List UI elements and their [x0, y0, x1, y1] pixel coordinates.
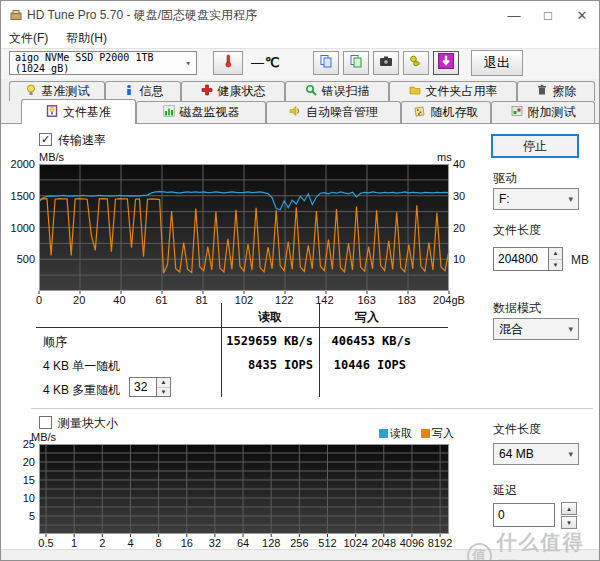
table-row-label-sequential: 顺序: [43, 334, 67, 351]
4k-single-read-value: 8435 IOPS: [201, 358, 313, 372]
stepper-up-icon[interactable]: ▲: [549, 248, 562, 260]
delay-input[interactable]: 0: [493, 503, 555, 527]
file-length-stepper[interactable]: 204800 ▲▼: [493, 247, 563, 271]
screenshot-button[interactable]: [373, 51, 399, 75]
save-graph-button[interactable]: [433, 51, 459, 75]
file-length-unit: MB: [571, 253, 589, 267]
delay-down-button[interactable]: ▼: [561, 516, 577, 529]
axis-tick-label: 30: [453, 190, 465, 202]
axis-tick-label: 1500: [7, 190, 35, 202]
block-size-checkbox[interactable]: [39, 416, 52, 429]
tab-info[interactable]: 信息: [105, 81, 181, 101]
transfer-rate-chart: [39, 164, 449, 291]
axis-tick-label: 2: [99, 537, 105, 549]
chevron-down-icon: ▾: [568, 195, 573, 204]
tab-strip: 基准测试信息健康状态错误扫描文件夹占用率擦除文件基准磁盘监视器自动噪音管理随机存…: [1, 79, 599, 123]
delay-up-button[interactable]: ▲: [561, 502, 577, 515]
stepper-up-icon[interactable]: ▲: [157, 378, 170, 388]
tab-folder-usage[interactable]: 文件夹占用率: [389, 81, 517, 101]
axis-tick-label: 2000: [7, 158, 35, 170]
axis-tick-label: 122: [275, 294, 293, 306]
axis-tick-label: 4: [127, 537, 133, 549]
axis-tick-label: 32: [209, 537, 221, 549]
toolbar: aigo NVMe SSD P2000 1TB (1024 gB) ▾ — ℃ …: [1, 49, 599, 79]
aam-icon: [289, 105, 301, 120]
temperature-unit: ℃: [265, 55, 280, 70]
axis-tick-label: 25: [7, 438, 35, 450]
temperature-button[interactable]: [213, 51, 243, 75]
stop-button[interactable]: 停止: [491, 134, 579, 158]
axis-tick-label: 20: [453, 222, 465, 234]
write-column-header: 写入: [319, 309, 415, 326]
axis-tick-label: 128: [262, 537, 280, 549]
axis-tick-label: 0: [36, 294, 42, 306]
tab-benchmark[interactable]: 基准测试: [9, 81, 105, 101]
axis-tick-label: 5: [7, 510, 35, 522]
axis-tick-label: 8192: [428, 537, 452, 549]
folder-usage-icon: [409, 84, 421, 99]
stop-button-label: 停止: [523, 138, 547, 155]
menu-bar: 文件(F) 帮助(H): [1, 29, 599, 49]
minimize-button[interactable]: —: [497, 1, 531, 29]
copy-button[interactable]: [313, 51, 339, 75]
tab-health[interactable]: 健康状态: [181, 81, 285, 101]
tab-erase[interactable]: 擦除: [517, 81, 595, 101]
app-icon: [9, 8, 23, 26]
write-legend-label: 写入: [432, 427, 454, 439]
stepper-down-icon[interactable]: ▼: [157, 388, 170, 397]
queue-depth-stepper[interactable]: 32 ▲▼: [129, 377, 171, 397]
axis-tick-label: 142: [315, 294, 333, 306]
block-file-length-label: 文件长度: [493, 421, 541, 438]
section-divider: [31, 408, 593, 410]
access-keys-button[interactable]: [403, 51, 429, 75]
drive-select[interactable]: F: ▾: [493, 188, 579, 210]
erase-icon: [536, 84, 548, 99]
tab-aam[interactable]: 自动噪音管理: [266, 101, 401, 123]
delay-label: 延迟: [493, 482, 517, 499]
extra-tests-icon: [511, 105, 523, 120]
axis-tick-label: 64: [237, 537, 249, 549]
disk-monitor-icon: [163, 105, 175, 120]
block-file-length-select[interactable]: 64 MB ▾: [493, 443, 579, 465]
device-select-value: aigo NVMe SSD P2000 1TB (1024 gB): [15, 52, 186, 74]
copy-save-icon: [349, 54, 363, 72]
tab-disk-monitor[interactable]: 磁盘监视器: [136, 101, 266, 123]
axis-tick-label: 163: [357, 294, 375, 306]
window-title: HD Tune Pro 5.70 - 硬盘/固态硬盘实用程序: [27, 7, 257, 24]
block-size-label: 测量块大小: [58, 415, 118, 432]
y-axis-unit-right: ms: [437, 151, 452, 163]
read-column-header: 读取: [221, 309, 319, 326]
stepper-down-icon[interactable]: ▼: [549, 260, 562, 271]
axis-tick-label: 0.5: [38, 537, 53, 549]
delay-input-value: 0: [498, 508, 505, 522]
table-header-line: [36, 327, 448, 328]
copy-save-button[interactable]: [343, 51, 369, 75]
data-mode-select[interactable]: 混合 ▾: [493, 318, 579, 340]
4k-single-write-value: 10446 IOPS: [301, 358, 406, 372]
transfer-rate-checkbox[interactable]: ✓: [39, 133, 52, 146]
block-size-chart: [39, 444, 449, 534]
menu-file[interactable]: 文件(F): [9, 30, 48, 47]
tab-extra-tests[interactable]: 附加测试: [491, 101, 595, 123]
axis-tick-label: 10: [453, 253, 465, 265]
data-mode-select-value: 混合: [499, 321, 523, 338]
exit-button[interactable]: 退出: [471, 50, 523, 76]
axis-tick-label: 20: [7, 456, 35, 468]
y-axis-unit-left: MB/s: [39, 151, 64, 163]
exit-button-label: 退出: [484, 54, 510, 72]
tab-error-scan[interactable]: 错误扫描: [285, 81, 389, 101]
axis-tick-label: 1000: [7, 222, 35, 234]
close-button[interactable]: ✕: [565, 1, 599, 29]
tab-file-benchmark[interactable]: 文件基准: [21, 99, 136, 124]
maximize-button[interactable]: □: [531, 1, 565, 29]
sequential-read-value: 1529659 KB/s: [201, 334, 313, 348]
axis-tick-label: 256: [290, 537, 308, 549]
axis-tick-label: 183: [398, 294, 416, 306]
chevron-down-icon: ▾: [568, 325, 573, 334]
tab-random-access[interactable]: 随机存取: [401, 101, 491, 123]
temperature-value: —: [251, 55, 264, 70]
menu-help[interactable]: 帮助(H): [66, 30, 107, 47]
random-access-icon: [414, 105, 426, 120]
axis-tick-label: 20: [73, 294, 85, 306]
device-select[interactable]: aigo NVMe SSD P2000 1TB (1024 gB) ▾: [9, 51, 197, 75]
